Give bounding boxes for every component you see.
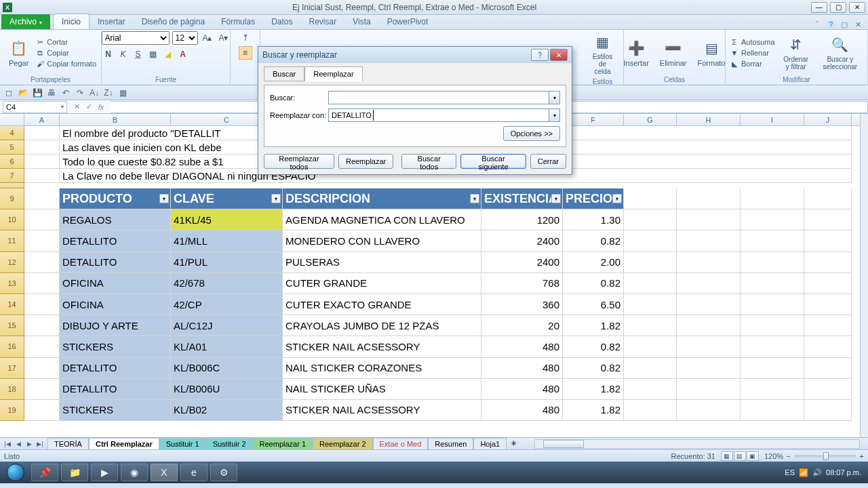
new-sheet-icon[interactable]: ✳: [507, 439, 521, 448]
tray-network-icon[interactable]: 📶: [799, 468, 808, 477]
cell[interactable]: [624, 336, 677, 357]
sheet-tab[interactable]: Ctrl Reemplazar: [89, 438, 159, 449]
cell[interactable]: 0.82: [563, 273, 624, 294]
cell[interactable]: DETALLITO: [60, 252, 171, 273]
start-button[interactable]: [3, 463, 28, 482]
cell[interactable]: 41KL/45: [171, 209, 283, 230]
replace-dropdown-icon[interactable]: ▾: [549, 108, 560, 122]
replace-all-button[interactable]: Reemplazar todos: [264, 154, 334, 169]
cell[interactable]: 41/PUL: [171, 252, 283, 273]
tray-volume-icon[interactable]: 🔊: [812, 468, 822, 477]
sheet-tab[interactable]: Resumen: [428, 438, 473, 449]
table-header-producto[interactable]: PRODUCTO▾: [60, 188, 171, 209]
cell[interactable]: 42/678: [171, 273, 283, 294]
page-break-view-icon[interactable]: ▣: [747, 451, 759, 461]
name-box[interactable]: C4: [3, 101, 67, 113]
help-icon[interactable]: ?: [826, 20, 835, 29]
taskbar-explorer[interactable]: 📁: [61, 464, 88, 481]
cell[interactable]: 41/MLL: [171, 230, 283, 251]
cell[interactable]: 2400: [481, 230, 563, 251]
cell[interactable]: DETALLITO: [60, 379, 171, 400]
cell[interactable]: [24, 155, 60, 169]
cell[interactable]: [741, 315, 804, 336]
qat-print-icon[interactable]: 🖶: [45, 87, 58, 99]
insert-cells-button[interactable]: ➕Insertar: [620, 37, 653, 68]
cell[interactable]: [677, 400, 741, 421]
cell[interactable]: 768: [481, 273, 563, 294]
font-size-select[interactable]: 12: [172, 31, 198, 45]
sheet-tab[interactable]: Reemplazar 2: [313, 438, 372, 449]
find-dropdown-icon[interactable]: ▾: [549, 91, 560, 104]
sheet-tab[interactable]: Extae o Med: [373, 438, 429, 449]
cell[interactable]: [741, 358, 804, 379]
cell[interactable]: [624, 273, 677, 294]
row-header[interactable]: 14: [0, 294, 24, 315]
cell[interactable]: [677, 315, 741, 336]
col-header-J[interactable]: J: [804, 114, 852, 125]
cell[interactable]: 1.82: [563, 315, 624, 336]
cell[interactable]: [24, 188, 60, 209]
sheet-tab[interactable]: Sustituir 2: [206, 438, 253, 449]
cell[interactable]: [677, 252, 741, 273]
enter-formula-icon[interactable]: ✓: [83, 102, 94, 111]
find-input[interactable]: [328, 91, 549, 104]
cell[interactable]: 480: [481, 400, 563, 421]
cell[interactable]: [804, 379, 852, 400]
maximize-button[interactable]: ▢: [830, 2, 846, 13]
cell[interactable]: [24, 315, 60, 336]
row-header[interactable]: 4: [0, 126, 24, 140]
filter-icon[interactable]: ▾: [612, 194, 622, 203]
cell[interactable]: [804, 209, 852, 230]
qat-redo-icon[interactable]: ↷: [74, 87, 86, 99]
cell[interactable]: [677, 273, 741, 294]
format-painter-button[interactable]: 🖌Copiar formato: [35, 59, 96, 68]
cell[interactable]: REGALOS: [60, 209, 171, 230]
cell[interactable]: [741, 379, 804, 400]
cell[interactable]: [741, 294, 804, 315]
row-header[interactable]: 10: [0, 209, 24, 230]
taskbar-app-1[interactable]: 📌: [31, 464, 58, 481]
cell[interactable]: 1.82: [563, 400, 624, 421]
qat-new-icon[interactable]: ◻: [3, 87, 15, 99]
cell[interactable]: [24, 336, 60, 357]
minimize-ribbon-icon[interactable]: ˆ: [812, 20, 822, 29]
cell[interactable]: STICKER NAIL ACSESSORY: [283, 336, 481, 357]
cell[interactable]: CUTER EXACTO GRANDE: [283, 294, 481, 315]
cell[interactable]: [24, 273, 60, 294]
cell[interactable]: [624, 315, 677, 336]
cell[interactable]: 2.00: [563, 252, 624, 273]
table-header-existencia[interactable]: EXISTENCIA▾: [481, 188, 563, 209]
cell[interactable]: STICKERS: [60, 400, 171, 421]
grow-font-icon[interactable]: A▴: [201, 31, 214, 45]
cell[interactable]: 360: [481, 294, 563, 315]
bold-button[interactable]: N: [102, 47, 115, 61]
sheet-nav-first-icon[interactable]: |◀: [3, 441, 12, 447]
qat-sort-asc-icon[interactable]: A↓: [88, 87, 100, 99]
col-header-G[interactable]: G: [624, 114, 677, 125]
cell[interactable]: [677, 336, 741, 357]
cell-styles-button[interactable]: ▦Estilos de celda: [586, 31, 619, 77]
row-header[interactable]: 12: [0, 252, 24, 273]
cell[interactable]: [24, 230, 60, 251]
tab-insertar[interactable]: Insertar: [90, 14, 134, 29]
cell[interactable]: [24, 400, 60, 421]
taskbar-chrome[interactable]: ◉: [121, 464, 148, 481]
cell[interactable]: [804, 252, 852, 273]
cell[interactable]: [624, 188, 677, 209]
underline-button[interactable]: S: [132, 47, 145, 61]
format-cells-button[interactable]: ▤Formato: [694, 37, 730, 68]
cell[interactable]: [677, 188, 741, 209]
cell[interactable]: [624, 379, 677, 400]
cell[interactable]: 480: [481, 358, 563, 379]
cell[interactable]: [677, 294, 741, 315]
table-header-precio[interactable]: PRECIO▾: [563, 188, 624, 209]
sheet-tab[interactable]: TEORÍA: [47, 438, 89, 449]
cell[interactable]: [624, 209, 677, 230]
taskbar-app-2[interactable]: ⚙: [210, 464, 237, 481]
filter-icon[interactable]: ▾: [470, 194, 479, 203]
col-header-B[interactable]: B: [60, 114, 171, 125]
row-header[interactable]: 9: [0, 188, 24, 209]
row-header[interactable]: 11: [0, 230, 24, 251]
window-restore-icon[interactable]: ▢: [840, 20, 849, 29]
row-header[interactable]: 18: [0, 379, 24, 400]
